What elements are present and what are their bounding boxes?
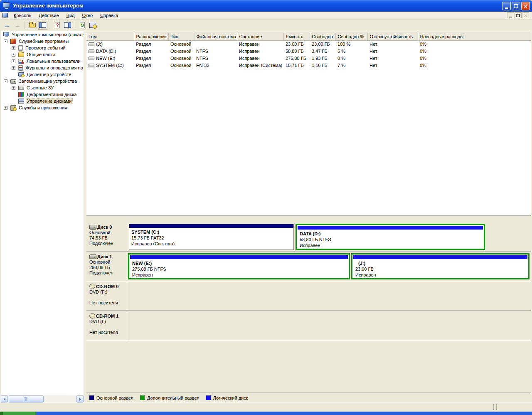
disk0-graph: SYSTEM (C:) 15,73 ГБ FAT32 Исправен (Сис…: [128, 223, 530, 251]
tree-item-device-manager[interactable]: Диспетчер устройств: [1, 71, 84, 78]
volume-icon: [89, 49, 94, 53]
back-button[interactable]: ←: [2, 21, 12, 30]
volume-row[interactable]: (J:) Раздел Основной Исправен 23,00 ГБ 2…: [86, 40, 531, 47]
tree-item-disk-management[interactable]: Управление дисками: [1, 98, 84, 104]
titlebar[interactable]: Управление компьютером ×: [0, 0, 532, 12]
column-header[interactable]: Тип: [168, 33, 194, 40]
column-header[interactable]: Свободно %: [335, 33, 367, 40]
minimize-button[interactable]: [502, 2, 511, 10]
cell: Нет: [367, 47, 418, 54]
menu-vid[interactable]: Вид: [63, 12, 79, 20]
tree-horizontal-scrollbar: [1, 395, 84, 403]
taskbar[interactable]: [0, 412, 532, 415]
column-header[interactable]: Файловая система: [194, 33, 237, 40]
start-button[interactable]: [0, 412, 37, 415]
rescan-disks-button[interactable]: [88, 21, 97, 30]
toolbar: ← →: [0, 20, 532, 31]
cell: Исправен: [237, 40, 283, 47]
pane-splitter[interactable]: [86, 215, 531, 221]
partition-j[interactable]: (J:) 23,00 ГБ Исправен: [351, 253, 530, 279]
arrow-right-icon: [79, 398, 83, 401]
column-header[interactable]: Состояние: [237, 33, 283, 40]
tools-icon: [10, 39, 16, 44]
close-button[interactable]: ×: [521, 2, 530, 10]
forward-button[interactable]: →: [13, 21, 22, 30]
local-users-icon: [18, 59, 24, 64]
legend-item: Дополнительный раздел: [140, 395, 200, 400]
tree-item-computer-management[interactable]: Управление компьютером (локаль: [1, 31, 84, 38]
tree-item-removable-storage[interactable]: + Съемные ЗУ: [1, 84, 84, 91]
column-header[interactable]: Том: [86, 33, 134, 40]
cell: 58,80 ГБ: [283, 47, 310, 54]
cell: NTFS: [194, 47, 237, 54]
cdrom0-info[interactable]: CD-ROM 0 DVD (F:) Нет носителя: [87, 282, 127, 310]
shared-folders-icon: [18, 52, 24, 57]
tree-item-shared-folders[interactable]: + Общие папки: [1, 51, 84, 58]
expand-icon[interactable]: +: [12, 59, 15, 63]
column-header[interactable]: Расположение: [134, 33, 168, 40]
column-header[interactable]: Накладные расходы: [418, 33, 531, 40]
expand-icon[interactable]: +: [4, 106, 7, 110]
tree-item-label: Служебные программы: [18, 39, 69, 44]
computer-icon: [3, 32, 9, 36]
column-header[interactable]: Емкость: [283, 33, 310, 40]
menu-konsol[interactable]: Консоль: [10, 12, 35, 20]
expand-icon[interactable]: +: [12, 66, 15, 70]
volume-icon: [89, 42, 94, 46]
rescan-disks-icon: [89, 23, 96, 28]
scroll-left-button[interactable]: [1, 395, 8, 403]
restore-button[interactable]: [512, 2, 520, 10]
collapse-icon[interactable]: -: [4, 79, 7, 83]
cell: NTFS: [194, 54, 237, 62]
menu-spravka[interactable]: Справка: [96, 12, 122, 20]
expand-icon[interactable]: +: [12, 46, 15, 50]
refresh-button[interactable]: [77, 21, 87, 30]
hard-disk-icon: [89, 254, 96, 259]
cd-rom-icon: [89, 284, 95, 289]
defragmenter-icon: [18, 92, 24, 97]
toolbar-separator: [24, 21, 25, 30]
partition-legend: Основной раздел Дополнительный раздел Ло…: [86, 393, 531, 403]
volume-row[interactable]: DATA (D:) Раздел Основной NTFS Исправен …: [86, 47, 531, 54]
child-restore-button[interactable]: [515, 12, 522, 18]
cdrom1-info[interactable]: CD-ROM 1 DVD (I:) Нет носителя: [87, 311, 127, 340]
child-close-button[interactable]: ×: [522, 12, 529, 18]
disk-management-icon: [18, 99, 24, 104]
volume-row[interactable]: SYSTEM (C:) Раздел Основной FAT32 Исправ…: [86, 62, 531, 69]
tree-item-label: Общие папки: [26, 52, 56, 57]
column-header[interactable]: Отказоустойчивость: [367, 33, 418, 40]
tree-item-performance-logs[interactable]: + Журналы и оповещения пр: [1, 64, 84, 71]
show-hide-console-tree-button[interactable]: [38, 21, 47, 30]
partition-system-c[interactable]: SYSTEM (C:) 15,73 ГБ FAT32 Исправен (Сис…: [129, 224, 294, 250]
tree-item-label: Дефрагментация диска: [26, 92, 77, 97]
menu-okno[interactable]: Окно: [79, 12, 97, 20]
tree-item-services-applications[interactable]: + Службы и приложения: [1, 104, 84, 111]
collapse-icon[interactable]: -: [4, 40, 7, 43]
services-icon: [10, 105, 16, 111]
scroll-right-button[interactable]: [76, 395, 84, 403]
expand-icon[interactable]: +: [12, 53, 15, 57]
volume-row[interactable]: NEW (E:) Раздел Основной NTFS Исправен 2…: [86, 54, 531, 62]
help-button[interactable]: [52, 21, 62, 30]
cell: Основной: [168, 47, 194, 54]
toolbar-separator: [74, 21, 75, 30]
tree-item-storage[interactable]: - Запоминающие устройства: [1, 78, 84, 84]
tree-item-event-viewer[interactable]: + Просмотр событий: [1, 44, 84, 51]
menu-deystvie[interactable]: Действие: [35, 12, 62, 20]
show-hide-action-pane-button[interactable]: [63, 21, 72, 30]
tree-item-system-tools[interactable]: - Служебные программы: [1, 38, 84, 44]
child-minimize-button[interactable]: [507, 12, 514, 18]
tree-item-local-users[interactable]: + Локальные пользователи: [1, 58, 84, 64]
disk1-info[interactable]: Диск 1 Основной 298,08 ГБ Подключен: [87, 252, 127, 281]
scrollbar-thumb[interactable]: [9, 395, 44, 403]
close-icon: ×: [524, 3, 527, 9]
partition-new-e[interactable]: NEW (E:) 275,08 ГБ NTFS Исправен: [128, 253, 350, 279]
tree-item-disk-defragmenter[interactable]: Дефрагментация диска: [1, 91, 84, 98]
show-hide-action-pane-icon: [64, 22, 71, 28]
partition-data-d[interactable]: DATA (D:) 58,80 ГБ NTFS Исправен: [296, 224, 485, 250]
cell: DATA (D:): [86, 47, 134, 54]
column-header[interactable]: Свободно: [310, 33, 335, 40]
up-folder-button[interactable]: [27, 21, 37, 30]
expand-icon[interactable]: +: [12, 86, 15, 90]
disk0-info[interactable]: Диск 0 Основной 74,53 ГБ Подключен: [87, 223, 127, 251]
